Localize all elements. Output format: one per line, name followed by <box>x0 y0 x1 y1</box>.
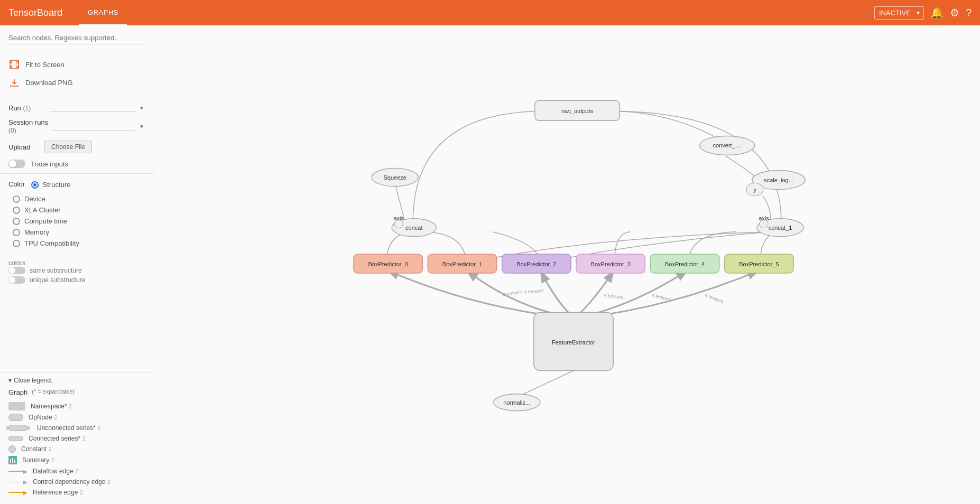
control-dep-label: Control dependency edge 2 <box>33 478 110 486</box>
substructure-section: colors same substructure unique substruc… <box>0 255 153 290</box>
compute-radio[interactable] <box>13 218 20 225</box>
svg-text:convert_....: convert_.... <box>713 142 742 148</box>
run-section: Run (1) ▼ <box>0 100 153 115</box>
legend-reference: ▶ Reference edge 2 <box>8 487 144 498</box>
connected-shape <box>8 436 23 441</box>
sidebar: Fit to Screen Download PNG Run (1) <box>0 25 153 504</box>
node-raw-outputs[interactable]: raw_outputs <box>535 100 620 120</box>
trace-inputs-section: Trace inputs <box>0 156 153 171</box>
node-feature-extractor[interactable]: FeatureExtractor <box>534 312 613 370</box>
svg-rect-3 <box>14 460 15 463</box>
svg-text:BoxPredictor_2: BoxPredictor_2 <box>516 261 556 267</box>
structure-radio[interactable] <box>31 181 39 189</box>
dataflow-label: Dataflow edge 2 <box>33 468 78 475</box>
node-box-predictor-4[interactable]: BoxPredictor_4 <box>650 254 719 273</box>
node-y[interactable]: y <box>746 183 763 196</box>
device-radio[interactable] <box>13 195 20 203</box>
same-substructure-label: same substructure <box>30 267 82 274</box>
upload-label: Upload <box>8 143 40 151</box>
constant-shape <box>8 445 16 453</box>
legend-connected: Connected series* 2 <box>8 433 144 444</box>
tools-section: Fit to Screen Download PNG <box>0 51 153 96</box>
constant-label: Constant 2 <box>21 445 52 453</box>
legend-section: ▾ Close legend. Graph (* = expandable) N… <box>0 372 153 504</box>
svg-text:concat: concat <box>405 225 422 231</box>
svg-text:FeatureExtractor: FeatureExtractor <box>552 339 595 346</box>
node-convert[interactable]: convert_.... <box>700 136 755 155</box>
legend-control: ▶ Control dependency edge 2 <box>8 477 144 487</box>
color-xla-row[interactable]: XLA Cluster <box>8 204 144 216</box>
svg-text:BoxPredictor_4: BoxPredictor_4 <box>665 261 705 267</box>
legend-constant: Constant 2 <box>8 444 144 454</box>
opnode-label: OpNode 2 <box>29 414 57 421</box>
svg-text:BoxPredictor_3: BoxPredictor_3 <box>591 261 631 267</box>
nav-graphs[interactable]: GRAPHS <box>79 0 127 25</box>
node-box-predictor-2[interactable]: BoxPredictor_2 <box>502 254 571 273</box>
connected-label: Connected series* 2 <box>29 435 86 442</box>
session-runs-section: Session runs (0) ▼ <box>0 115 153 137</box>
color-memory-row[interactable]: Memory <box>8 227 144 238</box>
tpu-radio[interactable] <box>13 240 20 247</box>
node-squeeze[interactable]: Squeeze <box>372 169 418 186</box>
namespace-label: Namespace* 2 <box>31 403 72 410</box>
svg-text:raw_outputs: raw_outputs <box>561 108 594 114</box>
legend-summary: Summary 2 <box>8 454 144 466</box>
reference-edge-label: Reference edge 2 <box>33 489 83 496</box>
notifications-icon: 🔔 <box>930 6 944 19</box>
topbar: TensorBoard GRAPHS INACTIVE ▼ 🔔 ⚙ ? <box>0 0 980 25</box>
opnode-shape <box>8 414 23 421</box>
trace-inputs-toggle[interactable] <box>8 160 25 168</box>
color-compute-row[interactable]: Compute time <box>8 216 144 227</box>
summary-shape <box>8 456 17 464</box>
choose-file-button[interactable]: Choose File <box>44 141 92 153</box>
node-box-predictor-1[interactable]: BoxPredictor_1 <box>428 254 496 273</box>
legend-title: Graph (* = expandable) <box>8 388 144 396</box>
node-box-predictor-3[interactable]: BoxPredictor_3 <box>576 254 645 273</box>
node-box-predictor-5[interactable]: BoxPredictor_5 <box>725 254 793 273</box>
memory-radio[interactable] <box>13 229 20 236</box>
download-png-button[interactable]: Download PNG <box>8 73 144 91</box>
node-box-predictor-0[interactable]: BoxPredictor_0 <box>354 254 422 273</box>
close-legend-button[interactable]: ▾ Close legend. <box>8 377 144 384</box>
graph-svg[interactable]: 4 tensors 4 tensors 4 tensors 4 tensors … <box>153 25 980 504</box>
svg-text:axis: axis <box>759 215 769 221</box>
legend-namespace: Namespace* 2 <box>8 400 144 412</box>
run-label: Run (1) <box>8 104 45 112</box>
close-legend-label: Close legend. <box>14 377 52 384</box>
unique-substructure-row: unique substructure <box>8 276 144 284</box>
search-section <box>0 25 153 51</box>
fit-screen-icon <box>8 59 20 70</box>
run-select[interactable] <box>50 104 135 112</box>
color-device-row[interactable]: Device <box>8 193 144 204</box>
svg-text:concat_1: concat_1 <box>769 225 792 231</box>
xla-radio[interactable] <box>13 207 20 214</box>
summary-label: Summary 2 <box>22 456 54 464</box>
unconnected-label: Unconnected series* 2 <box>37 424 100 432</box>
same-substructure-toggle[interactable] <box>8 267 25 274</box>
svg-text:scale_log...: scale_log... <box>764 177 793 183</box>
same-substructure-row: same substructure <box>8 267 144 274</box>
svg-text:normaliz...: normaliz... <box>503 399 530 406</box>
run-status-select[interactable]: INACTIVE <box>874 6 924 20</box>
graph-canvas[interactable]: 4 tensors 4 tensors 4 tensors 4 tensors … <box>153 25 980 504</box>
download-icon <box>8 77 20 88</box>
svg-text:axis: axis <box>393 215 404 221</box>
svg-rect-2 <box>12 458 13 463</box>
upload-section: Upload Choose File <box>0 137 153 156</box>
color-section: Color Structure Device XLA Cluster Compu… <box>0 176 153 255</box>
top-nav: GRAPHS <box>79 0 127 25</box>
color-structure-row[interactable]: Structure <box>27 179 71 190</box>
settings-icon[interactable]: ⚙ <box>950 6 959 19</box>
unique-substructure-toggle[interactable] <box>8 276 25 284</box>
legend-opnode: OpNode 2 <box>8 412 144 423</box>
search-input[interactable] <box>8 32 144 44</box>
node-normaliz[interactable]: normaliz... <box>494 394 540 411</box>
app-logo: TensorBoard <box>8 7 62 18</box>
download-png-label: Download PNG <box>25 79 73 87</box>
help-icon[interactable]: ? <box>966 7 972 19</box>
svg-text:Squeeze: Squeeze <box>383 174 406 181</box>
session-runs-select[interactable] <box>52 122 135 130</box>
topbar-right: INACTIVE ▼ 🔔 ⚙ ? <box>874 6 972 20</box>
color-tpu-row[interactable]: TPU Compatibility <box>8 238 144 249</box>
fit-to-screen-button[interactable]: Fit to Screen <box>8 55 144 73</box>
